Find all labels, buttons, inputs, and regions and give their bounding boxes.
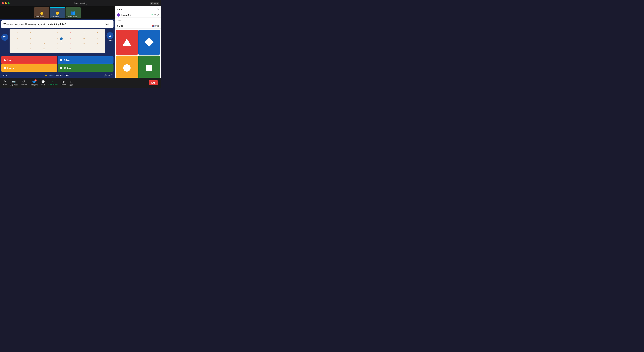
view-label: View (154, 2, 158, 4)
chat-icon: 💬 (41, 80, 45, 84)
kahoot-brand-name: Kahoot! (121, 14, 129, 16)
apps-label: Apps (69, 84, 73, 86)
kahoot-actions: ⬆ ▼ ↗ (151, 14, 159, 16)
kahoot-brand: K Kahoot! ▾ (117, 13, 131, 16)
security-tool[interactable]: 🛡 Security (21, 80, 26, 86)
close-button[interactable] (2, 2, 4, 4)
video-label: Stop Video (10, 84, 18, 86)
apps-panel: Apps ✕ K Kahoot! ▾ ⬆ ▼ ↗ Quit 2 of 20 Qu… (115, 6, 161, 88)
panel-answer-blue[interactable] (138, 30, 160, 55)
kahoot-dropdown-icon[interactable]: ▾ (130, 14, 131, 16)
panel-answer-red[interactable] (116, 30, 138, 55)
quit-row[interactable]: Quit (115, 18, 161, 23)
bottom-bar: 2/20 ▾ ‹ › 🔒 kahoot.it Game PIN: 55427 🔊… (0, 73, 115, 78)
grid-icon: ⊞ (151, 2, 153, 4)
bar-controls: 🔊 ⚙ ⛶ (104, 74, 113, 77)
panel-circle-icon (123, 64, 130, 72)
panel-answer-green[interactable] (138, 55, 160, 81)
svg-point-0 (60, 37, 63, 40)
chevron-down-icon[interactable]: ▾ (6, 74, 7, 76)
progress-text: 2 of 20 (117, 25, 124, 27)
progress-row: 2 of 20 Quiz (115, 23, 161, 29)
answer-1-label: 1 day (7, 59, 12, 61)
end-button[interactable]: End (149, 80, 158, 85)
maximize-button[interactable] (8, 2, 10, 4)
share-screen-icon: ⬆ (52, 81, 54, 83)
diamond-icon (60, 59, 62, 61)
apps-panel-title: Apps (117, 8, 122, 11)
answer-5-days[interactable]: 5 days (1, 64, 57, 72)
participant-count-badge: 20 (1, 34, 8, 41)
panel-triangle-icon (122, 39, 131, 46)
toolbar: 🎙 Mute 📷 Stop Video 🛡 Security 👥 3 Parti… (0, 78, 161, 88)
square-icon (60, 67, 62, 69)
participant-name-3: Marketing Huddle (66, 16, 78, 17)
slide-navigation: 2/20 ▾ ‹ › (2, 74, 10, 76)
minimize-button[interactable] (5, 2, 7, 4)
fullscreen-icon[interactable]: ⛶ (111, 74, 113, 77)
next-slide-button[interactable]: › (10, 74, 10, 76)
prev-slide-button[interactable]: ‹ (8, 74, 8, 76)
external-link-icon[interactable]: ↗ (157, 14, 159, 16)
share-screen-label: Share Screen (48, 84, 58, 85)
calendar-pin (60, 37, 63, 42)
apps-tool[interactable]: ⊞ Apps (69, 80, 73, 86)
participants-count: 3 (34, 79, 37, 81)
participant-name-2: Tom Bradford (51, 16, 60, 17)
participant-thumbnail-2[interactable]: 👨 Tom Bradford (50, 7, 65, 18)
quiz-label: Quiz (155, 25, 159, 27)
answer-1-day[interactable]: 1 day (1, 56, 57, 64)
slide-position: 2/20 (2, 74, 5, 76)
answer-2-days[interactable]: 2 days (58, 56, 114, 64)
kahoot-quiz-area: Welcome everyone! How many days will thi… (0, 19, 115, 73)
quiz-content: 20 29 30 1 2 3 4 5 (1, 29, 114, 55)
answers-label: Answers (107, 39, 113, 41)
answer-10-days[interactable]: 10 days (58, 64, 114, 72)
record-icon: ⏺ (62, 80, 65, 83)
answer-4-label: 10 days (64, 67, 72, 69)
record-label: Record (61, 84, 66, 86)
quit-label: Quit (117, 19, 121, 22)
titlebar: Zoom Meeting ⊞ View (0, 0, 161, 6)
answer-3-label: 5 days (7, 67, 14, 69)
video-tool[interactable]: 📷 Stop Video (10, 80, 18, 86)
quiz-badge: Quiz (152, 25, 159, 27)
camera-icon: 📷 (12, 80, 16, 84)
share-screen-tool[interactable]: ⬆ Share Screen (48, 81, 58, 85)
window-controls (2, 2, 10, 4)
mute-tool[interactable]: 🎙 Mute (3, 80, 7, 86)
kahoot-logo-icon: K (117, 13, 120, 16)
answers-badge: 2 Answers (106, 32, 114, 41)
speaker-icon[interactable]: 🔊 (104, 74, 107, 77)
upload-icon[interactable]: ⬆ (151, 14, 153, 16)
lock-icon: 🔒 (45, 74, 47, 76)
panel-square-icon (146, 65, 152, 71)
participant-thumbnail-3[interactable]: 👥 Marketing Huddle (66, 7, 81, 18)
participant-thumbnail-1[interactable]: 👩 Isabel Topacio (34, 7, 50, 18)
calendar-image: 29 30 1 2 3 4 5 6 7 8 9 10 (10, 29, 105, 53)
chat-tool[interactable]: 💬 Chat (41, 80, 45, 86)
quiz-icon (152, 25, 154, 27)
kahoot-link: kahoot.it (48, 74, 54, 76)
close-icon[interactable]: ✕ (157, 8, 159, 11)
participant-name-1: Isabel Topacio (35, 16, 44, 17)
panel-answers (115, 29, 161, 82)
filter-icon[interactable]: ▼ (154, 14, 156, 16)
record-tool[interactable]: ⏺ Record (61, 80, 66, 86)
apps-panel-header: Apps ✕ (115, 6, 161, 12)
toolbar-full: 🎙 Mute 📷 Stop Video 🛡 Security 👥 3 Parti… (3, 80, 158, 86)
view-button[interactable]: ⊞ View (150, 1, 159, 5)
question-bar: Welcome everyone! How many days will thi… (1, 20, 114, 28)
participants-tool[interactable]: 👥 3 Participants (30, 80, 38, 86)
apps-icon: ⊞ (70, 80, 72, 84)
panel-answer-yellow[interactable] (116, 55, 138, 81)
settings-icon[interactable]: ⚙ (108, 74, 110, 77)
answers-count: 2 (106, 32, 114, 39)
chat-label: Chat (42, 84, 45, 86)
participant-thumbnails: 👩 Isabel Topacio 👨 Tom Bradford 👥 Market… (0, 6, 115, 19)
game-pin-value: 55427 (64, 74, 69, 76)
mic-icon: 🎙 (4, 80, 6, 83)
panel-diamond-icon (144, 38, 154, 47)
security-label: Security (21, 84, 26, 86)
next-button[interactable]: Next (103, 22, 111, 26)
